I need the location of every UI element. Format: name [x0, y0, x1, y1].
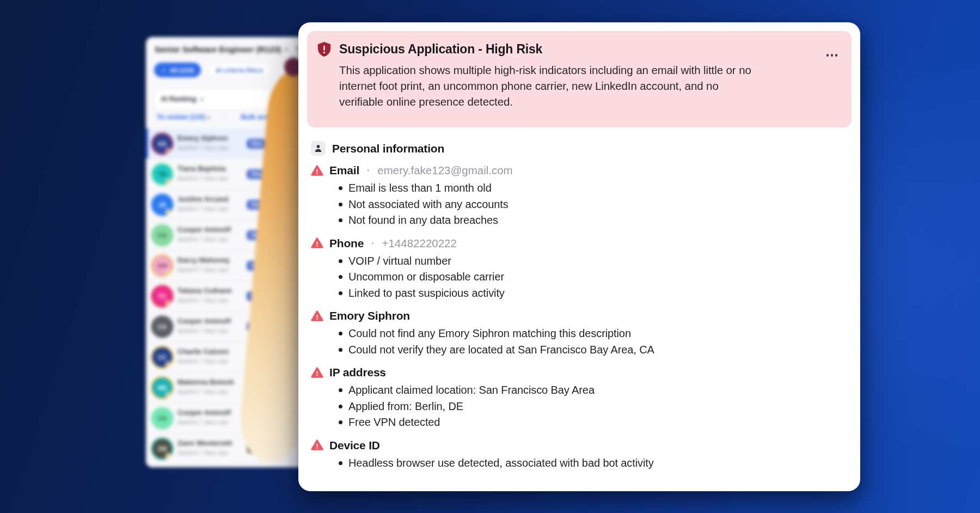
warning-icon: [311, 237, 323, 249]
divider: [225, 113, 225, 121]
dot-separator: ·: [367, 166, 370, 175]
finding-item: Could not verify they are located at San…: [311, 342, 852, 358]
filter-all-pill[interactable]: ✓ All (110): [154, 63, 201, 77]
finding-item: Not associated with any accounts: [311, 197, 852, 213]
applied-date: Applied 7 days ago: [177, 388, 229, 395]
section-value: +14482220222: [382, 237, 457, 250]
risk-sections: Email·emery.fake123@gmail.comEmail is le…: [311, 164, 852, 471]
filter-all-label: All (110): [170, 67, 194, 74]
status-dot: [166, 301, 171, 306]
candidate-row[interactable]: ESEmery SiphronApplied 7 days ago75%: [146, 129, 280, 159]
ai-ranking-label: AI Ranking: [161, 95, 196, 103]
applied-date: Applied 7 days ago: [177, 236, 229, 242]
finding-item: Uncommon or disposable carrier: [311, 269, 852, 285]
finding-list: VOIP / virtual numberUncommon or disposa…: [311, 253, 852, 302]
finding-item: Linked to past suspicious activity: [311, 285, 852, 302]
finding-item: Applied from: Berlin, DE: [311, 399, 852, 415]
person-icon: [311, 141, 326, 156]
candidate-name: Zaire Westervelt: [177, 439, 232, 447]
finding-list: Could not find any Emory Siphron matchin…: [311, 326, 852, 358]
high-risk-alert-banner: Suspicious Application - High Risk This …: [307, 31, 852, 127]
candidate-name: Darcy Mahoney: [177, 256, 230, 264]
status-dot: [166, 179, 171, 184]
avatar: CA: [152, 225, 172, 245]
warning-icon: [311, 165, 323, 176]
candidate-name: Cooper Aminoff: [177, 225, 231, 234]
filter-ai-criteria-pill[interactable]: AI criteria filters: [208, 63, 271, 77]
applied-date: Applied 7 days ago: [177, 175, 229, 181]
candidate-name: Makenna Botosh: [177, 378, 234, 386]
finding-list: Headless browser use detected, associate…: [311, 455, 852, 472]
section-title: Device ID: [329, 439, 380, 452]
applied-date: Applied 7 days ago: [177, 327, 229, 334]
finding-list: Applicant claimed location: San Francisc…: [311, 382, 852, 431]
candidate-name: Justine Arcand: [177, 195, 228, 203]
candidate-name: Emery Siphron: [177, 134, 228, 142]
finding-list: Email is less than 1 month oldNot associ…: [311, 180, 852, 229]
finding-item: Free VPN detected: [311, 414, 852, 431]
personal-information-title: Personal information: [332, 142, 444, 155]
to-review-link[interactable]: To review (110) ▾: [157, 113, 210, 121]
finding-item: VOIP / virtual number: [311, 253, 852, 270]
status-dot: [166, 362, 171, 367]
more-options-icon[interactable]: [826, 54, 838, 57]
candidate-row[interactable]: TBTiana BaptistaApplied 7 days ago75%: [146, 159, 280, 190]
ai-ranking-dropdown[interactable]: AI Ranking ▾: [154, 88, 271, 110]
status-dot: [166, 209, 171, 215]
dot-separator: ·: [371, 239, 374, 248]
status-dot: [166, 392, 171, 398]
section-title: Emory Siphron: [329, 309, 410, 322]
section-title: Phone: [329, 237, 364, 250]
warning-icon: [311, 310, 323, 322]
applied-date: Applied 7 days ago: [177, 297, 229, 303]
check-icon: ✓: [161, 66, 167, 74]
risk-section: Email·emery.fake123@gmail.comEmail is le…: [311, 164, 852, 229]
applied-date: Applied 7 days ago: [177, 144, 229, 151]
finding-item: Applicant claimed location: San Francisc…: [311, 382, 852, 399]
applied-date: Applied 7 days ago: [177, 358, 229, 364]
candidate-name: Cooper Aminoff: [177, 317, 231, 325]
candidate-name: Tiana Baptista: [177, 164, 226, 173]
modal-body: Personal information Email·emery.fake123…: [307, 141, 852, 471]
applied-date: Applied 7 days ago: [177, 419, 229, 425]
warning-icon: [311, 367, 323, 378]
chevron-down-icon: ▾: [207, 114, 210, 120]
suspicious-application-modal: Suspicious Application - High Risk This …: [298, 22, 860, 491]
score-badge: 75%: [247, 139, 266, 149]
alert-description: This application shows multiple high-ris…: [339, 62, 757, 109]
job-title: Senior Software Engineer (R123): [155, 45, 281, 54]
chevron-down-icon[interactable]: ▾: [285, 46, 288, 52]
avatar: CA: [152, 408, 172, 428]
section-title: IP address: [329, 366, 386, 379]
risk-section: Emory SiphronCould not find any Emory Si…: [311, 309, 852, 358]
candidate-name: Tatiana Culhane: [177, 286, 231, 295]
avatar: CA: [152, 317, 172, 337]
risk-section: Phone·+14482220222VOIP / virtual numberU…: [311, 237, 852, 302]
section-title: Email: [329, 164, 359, 177]
finding-item: Not found in any data breaches: [311, 212, 852, 229]
status-dot: [166, 270, 171, 276]
candidate-name: Cooper Aminoff: [177, 408, 231, 417]
filter-ai-criteria-label: AI criteria filters: [216, 67, 264, 74]
candidate-name: Charlie Calzoni: [177, 347, 229, 356]
chevron-down-icon: ▾: [200, 96, 203, 102]
shield-alert-icon: [317, 41, 332, 57]
risk-section: IP addressApplicant claimed location: Sa…: [311, 366, 852, 431]
warning-icon: [311, 439, 323, 451]
finding-item: Email is less than 1 month old: [311, 180, 852, 197]
status-dot: [166, 453, 171, 459]
applied-date: Applied 7 days ago: [177, 205, 229, 212]
applied-date: Applied 7 days ago: [177, 449, 229, 456]
section-value: emery.fake123@gmail.com: [377, 164, 512, 177]
risk-section: Device IDHeadless browser use detected, …: [311, 439, 852, 472]
status-dot: [166, 148, 171, 154]
finding-item: Headless browser use detected, associate…: [311, 455, 852, 472]
finding-item: Could not find any Emory Siphron matchin…: [311, 326, 852, 342]
alert-title: Suspicious Application - High Risk: [339, 42, 542, 57]
applied-date: Applied 7 days ago: [177, 266, 229, 273]
